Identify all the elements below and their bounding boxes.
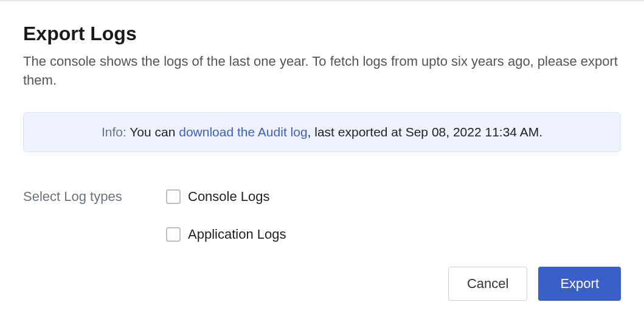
checkbox-label: Console Logs bbox=[188, 189, 270, 205]
checkbox-icon bbox=[166, 227, 181, 242]
select-log-types-label: Select Log types bbox=[23, 189, 166, 205]
checkbox-label: Application Logs bbox=[188, 227, 286, 242]
page-title: Export Logs bbox=[23, 23, 621, 45]
button-row: Cancel Export bbox=[23, 267, 621, 301]
log-type-section: Select Log types Console Logs Applicatio… bbox=[23, 189, 621, 242]
checkbox-console-logs[interactable]: Console Logs bbox=[166, 189, 286, 205]
info-label: Info: bbox=[102, 125, 126, 139]
page-description: The console shows the logs of the last o… bbox=[23, 52, 621, 90]
info-text-prefix: You can bbox=[126, 125, 179, 139]
export-logs-dialog: Export Logs The console shows the logs o… bbox=[0, 1, 644, 301]
checkbox-group: Console Logs Application Logs bbox=[166, 189, 286, 242]
export-button[interactable]: Export bbox=[538, 267, 621, 301]
checkbox-application-logs[interactable]: Application Logs bbox=[166, 227, 286, 242]
info-text-suffix: , last exported at Sep 08, 2022 11:34 AM… bbox=[308, 125, 542, 139]
download-audit-log-link[interactable]: download the Audit log bbox=[179, 125, 307, 139]
cancel-button[interactable]: Cancel bbox=[448, 267, 527, 301]
info-box: Info: You can download the Audit log, la… bbox=[23, 112, 621, 152]
checkbox-icon bbox=[166, 189, 181, 204]
